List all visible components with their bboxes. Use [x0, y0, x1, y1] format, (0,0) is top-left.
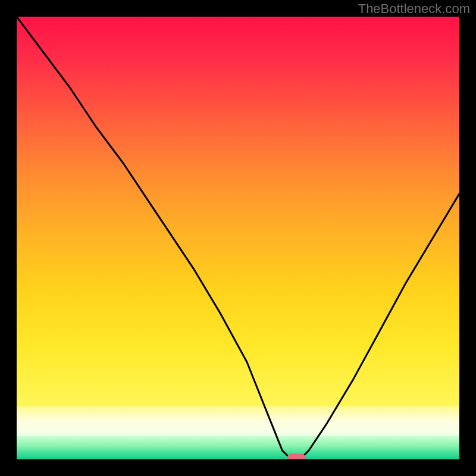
- watermark-text: TheBottleneck.com: [358, 1, 470, 17]
- bg-band-main: [17, 17, 459, 406]
- chart-frame: TheBottleneck.com: [0, 0, 476, 476]
- chart-svg: [17, 17, 459, 459]
- plot-area: [17, 17, 459, 459]
- bg-band-pale: [17, 406, 459, 436]
- optimal-marker: [287, 454, 305, 459]
- bg-band-green: [17, 436, 459, 459]
